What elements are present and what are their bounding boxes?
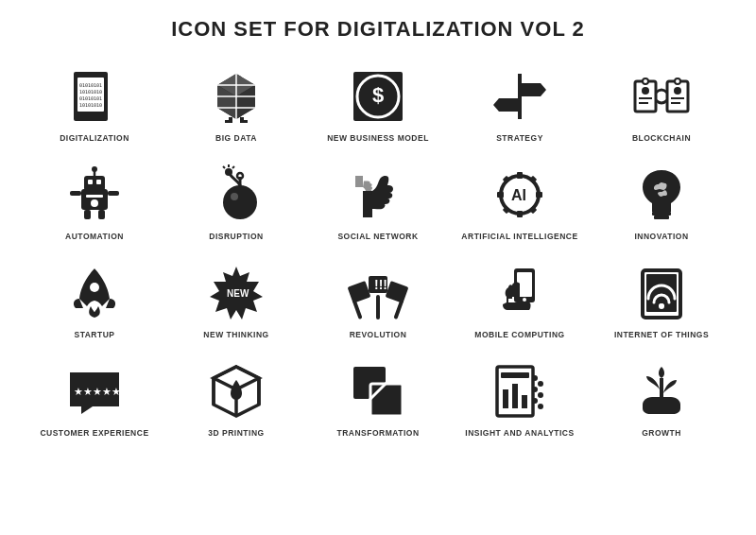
icon-cell-innovation: INNOVATION — [595, 157, 728, 246]
svg-text:★★★★★: ★★★★★ — [74, 386, 121, 397]
icon-cell-automation: AUTOMATION — [28, 157, 161, 246]
3d-printing-label: 3D PRINTING — [208, 428, 264, 439]
social-network-icon — [346, 163, 410, 227]
icon-cell-blockchain: BLOCKCHAIN — [595, 59, 728, 147]
svg-text:$: $ — [372, 83, 384, 107]
digitalization-icon: 01010101 10101010 01010101 10101010 — [62, 64, 127, 129]
new-thinking-icon: NEW — [204, 261, 268, 325]
svg-marker-22 — [522, 83, 546, 96]
svg-point-33 — [675, 78, 680, 84]
svg-line-50 — [232, 166, 234, 168]
icon-cell-transformation: TRANSFORMATION — [312, 354, 444, 442]
ai-label: ARTIFICIAL INTELLIGENCE — [461, 232, 577, 242]
strategy-label: STRATEGY — [496, 133, 543, 144]
strategy-icon — [488, 64, 552, 129]
svg-point-66 — [90, 283, 99, 292]
icon-cell-startup: STARTUP — [28, 255, 161, 344]
svg-rect-70 — [376, 295, 380, 319]
svg-point-102 — [538, 404, 543, 409]
svg-rect-58 — [536, 192, 542, 198]
artificial-intelligence-icon: AI — [488, 163, 552, 227]
innovation-icon — [629, 163, 694, 227]
icon-cell-digitalization: 01010101 10101010 01010101 10101010 DIGI… — [28, 59, 161, 147]
automation-icon — [62, 163, 127, 227]
iot-label: INTERNET OF THINGS — [614, 330, 709, 340]
svg-rect-43 — [108, 191, 119, 196]
svg-rect-72 — [348, 281, 371, 303]
new-business-model-label: NEW BUSINESS MODEL — [327, 133, 429, 144]
icon-cell-revolution: !!! REVOLUTION — [312, 255, 444, 344]
mobile-computing-icon — [488, 261, 552, 325]
icon-cell-customer-experience: ★★★★★ CUSTOMER EXPERIENCE — [28, 354, 161, 442]
svg-rect-64 — [652, 212, 671, 216]
big-data-icon — [204, 64, 268, 129]
svg-text:10101010: 10101010 — [79, 89, 102, 95]
disruption-icon — [204, 163, 268, 227]
svg-point-29 — [674, 87, 681, 95]
insight-analytics-icon — [488, 359, 552, 423]
svg-rect-93 — [501, 372, 529, 378]
svg-point-101 — [532, 398, 538, 404]
svg-rect-65 — [654, 216, 669, 219]
icon-cell-ai: AI ARTIFICIAL INTELLIGENCE — [454, 157, 586, 246]
transformation-icon — [346, 359, 410, 423]
svg-rect-36 — [88, 180, 93, 184]
svg-rect-16 — [225, 120, 231, 123]
svg-rect-89 — [370, 384, 403, 416]
svg-text:!!!: !!! — [374, 277, 387, 292]
icon-cell-disruption: DISRUPTION — [170, 157, 302, 246]
svg-point-99 — [532, 387, 538, 392]
svg-line-48 — [223, 166, 225, 168]
svg-point-39 — [92, 166, 97, 172]
svg-point-81 — [659, 303, 664, 309]
icon-cell-social-network: SOCIAL NETWORK — [312, 157, 444, 246]
growth-icon — [629, 359, 694, 423]
big-data-label: BIG DATA — [215, 133, 257, 144]
icon-cell-iot: INTERNET OF THINGS — [595, 255, 728, 344]
startup-icon — [62, 261, 127, 325]
svg-rect-96 — [522, 395, 527, 408]
disruption-label: DISRUPTION — [209, 232, 263, 242]
revolution-label: REVOLUTION — [350, 330, 407, 340]
blockchain-label: BLOCKCHAIN — [632, 133, 691, 144]
icon-cell-new-thinking: NEW NEW THINKING — [170, 255, 302, 344]
growth-label: GROWTH — [642, 428, 681, 439]
svg-rect-24 — [635, 81, 656, 112]
svg-point-46 — [223, 185, 257, 219]
innovation-label: INNOVATION — [634, 232, 688, 242]
icon-cell-big-data: BIG DATA — [170, 59, 302, 147]
blockchain-icon — [629, 64, 694, 129]
svg-rect-74 — [386, 281, 409, 303]
svg-point-98 — [538, 381, 543, 387]
icon-cell-strategy: STRATEGY — [454, 59, 586, 147]
svg-rect-35 — [84, 176, 105, 191]
svg-text:NEW: NEW — [227, 288, 249, 299]
svg-rect-95 — [512, 384, 518, 408]
svg-point-100 — [538, 392, 543, 398]
svg-rect-56 — [517, 211, 523, 217]
transformation-label: TRANSFORMATION — [336, 428, 419, 439]
svg-rect-30 — [671, 97, 684, 99]
startup-label: STARTUP — [74, 330, 114, 340]
revolution-icon: !!! — [346, 261, 410, 325]
new-thinking-label: NEW THINKING — [203, 330, 268, 340]
svg-point-78 — [523, 298, 526, 302]
svg-point-45 — [91, 199, 98, 207]
icon-cell-growth: GROWTH — [595, 354, 728, 442]
svg-rect-21 — [518, 74, 522, 119]
mobile-computing-label: MOBILE COMPUTING — [474, 330, 564, 340]
svg-text:10101010: 10101010 — [79, 102, 102, 108]
svg-rect-41 — [98, 210, 105, 219]
svg-rect-27 — [639, 97, 652, 99]
svg-point-52 — [237, 173, 243, 179]
svg-rect-103 — [660, 378, 663, 399]
svg-rect-25 — [667, 81, 688, 112]
icon-cell-new-business-model: $ NEW BUSINESS MODEL — [312, 59, 444, 147]
page-title: ICON SET FOR DIGITALIZATION VOL 2 — [171, 17, 585, 42]
icon-cell-mobile-computing: MOBILE COMPUTING — [454, 255, 586, 344]
icon-cell-insight-analytics: INSIGHT AND ANALYTICS — [454, 354, 586, 442]
svg-rect-94 — [503, 389, 508, 408]
internet-of-things-icon — [629, 261, 694, 325]
svg-point-32 — [643, 78, 648, 84]
svg-rect-31 — [671, 102, 680, 104]
